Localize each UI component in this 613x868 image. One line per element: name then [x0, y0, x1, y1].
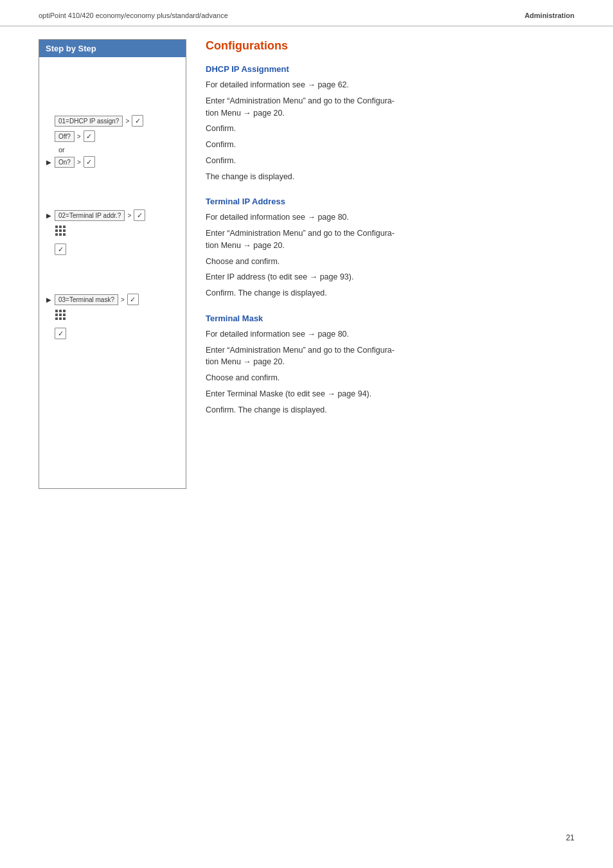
svg-rect-10	[59, 310, 62, 312]
svg-rect-7	[59, 233, 62, 236]
svg-rect-9	[55, 310, 58, 312]
step-item-02: ▶ 02=Terminal IP addr.? > ✓	[44, 209, 181, 221]
svg-rect-6	[55, 233, 58, 236]
step-box-header: Step by Step	[39, 40, 186, 57]
step-box: Step by Step 01=DHCP IP assign? > ✓	[39, 39, 186, 489]
step-item-01: 01=DHCP IP assign? > ✓	[44, 115, 181, 127]
check-icon-off: ✓	[84, 130, 95, 142]
svg-rect-8	[63, 233, 66, 236]
arrow-02: ▶	[44, 211, 53, 220]
or-text: or	[58, 146, 181, 154]
step-item-03: ▶ 03=Terminal mask? > ✓	[44, 294, 181, 305]
check-icon-03: ✓	[127, 294, 139, 305]
svg-rect-0	[55, 226, 58, 228]
dhcp-para-2: Enter “Administration Menu” and go to th…	[206, 95, 574, 120]
gt-01: >	[125, 118, 129, 125]
keypad-icon-03	[55, 309, 69, 324]
check-icon-on: ✓	[84, 156, 95, 168]
svg-rect-15	[55, 317, 58, 320]
tm-enter-mask: Enter Terminal Maske (to edit see → page…	[206, 388, 574, 400]
step-label-01: 01=DHCP IP assign?	[55, 116, 123, 127]
section-title-dhcp: DHCP IP Assignment	[206, 64, 574, 74]
tip-para-2: Enter “Administration Menu” and go to th…	[206, 227, 574, 252]
step-item-check-mask: ✓	[55, 328, 181, 339]
sidebar: Step by Step 01=DHCP IP assign? > ✓	[39, 39, 186, 489]
svg-rect-5	[63, 229, 66, 232]
step-label-off: Off?	[55, 131, 75, 142]
svg-rect-17	[63, 317, 66, 320]
tm-para-2: Enter “Administration Menu” and go to th…	[206, 344, 574, 369]
section-terminal-ip: Terminal IP Address For detailed informa…	[206, 197, 574, 299]
arrow-placeholder-off	[44, 132, 53, 141]
check-icon-02: ✓	[134, 209, 145, 221]
svg-rect-4	[59, 229, 62, 232]
step-label-on: On?	[55, 157, 75, 168]
dhcp-confirm-2: Confirm.	[206, 139, 574, 151]
step-box-body: 01=DHCP IP assign? > ✓ Off? > ✓ or	[39, 57, 186, 350]
page-number: 21	[566, 833, 574, 842]
header-right: Administration	[524, 12, 574, 19]
section-terminal-mask: Terminal Mask For detailed information s…	[206, 314, 574, 416]
check-icon-01: ✓	[132, 115, 143, 127]
svg-rect-2	[63, 226, 66, 228]
svg-rect-11	[63, 310, 66, 312]
check-icon-ip-confirm: ✓	[55, 244, 66, 255]
arrow-placeholder-1	[44, 116, 53, 125]
svg-rect-12	[55, 314, 58, 316]
svg-rect-16	[59, 317, 62, 320]
tm-confirm-change: Confirm. The change is displayed.	[206, 404, 574, 416]
gt-on: >	[77, 159, 81, 166]
tm-para-1: For detailed information see → page 80.	[206, 328, 574, 341]
svg-rect-3	[55, 229, 58, 232]
dhcp-group: 01=DHCP IP assign? > ✓ Off? > ✓ or	[44, 115, 181, 168]
page-container: optiPoint 410/420 economy/economy plus/s…	[0, 0, 613, 868]
step-item-keypad-02	[55, 225, 181, 240]
arrow-03: ▶	[44, 295, 53, 304]
svg-rect-14	[63, 314, 66, 316]
svg-rect-13	[59, 314, 62, 316]
page-footer: 21	[566, 833, 574, 842]
step-label-02: 02=Terminal IP addr.?	[55, 210, 125, 221]
section-title-terminal-ip: Terminal IP Address	[206, 197, 574, 206]
header-left: optiPoint 410/420 economy/economy plus/s…	[39, 12, 228, 19]
terminal-mask-group: ▶ 03=Terminal mask? > ✓	[44, 294, 181, 339]
svg-rect-1	[59, 226, 62, 228]
arrow-on: ▶	[44, 157, 53, 166]
step-label-03: 03=Terminal mask?	[55, 294, 118, 305]
tip-enter-ip: Enter IP address (to edit see → page 93)…	[206, 271, 574, 283]
dhcp-confirm-3: Confirm.	[206, 155, 574, 167]
page-header: optiPoint 410/420 economy/economy plus/s…	[0, 0, 613, 26]
gt-02: >	[127, 212, 131, 219]
section-dhcp: DHCP IP Assignment For detailed informat…	[206, 64, 574, 182]
gt-off: >	[77, 133, 81, 140]
right-content: Configurations DHCP IP Assignment For de…	[206, 39, 574, 489]
gt-03: >	[121, 296, 125, 303]
page-title: Configurations	[206, 39, 574, 53]
step-item-keypad-03	[55, 309, 181, 324]
dhcp-para-1: For detailed information see → page 62.	[206, 79, 574, 91]
tm-choose-confirm: Choose and confirm.	[206, 372, 574, 384]
main-content: Step by Step 01=DHCP IP assign? > ✓	[0, 39, 613, 489]
step-item-check-ip: ✓	[55, 244, 181, 255]
step-item-off: Off? > ✓	[44, 130, 181, 142]
tip-confirm-change: Confirm. The change is displayed.	[206, 287, 574, 299]
tip-para-1: For detailed information see → page 80.	[206, 211, 574, 224]
section-title-terminal-mask: Terminal Mask	[206, 314, 574, 323]
tip-choose-confirm: Choose and confirm.	[206, 256, 574, 268]
terminal-ip-group: ▶ 02=Terminal IP addr.? > ✓	[44, 209, 181, 255]
dhcp-change-displayed: The change is displayed.	[206, 171, 574, 183]
step-item-on: ▶ On? > ✓	[44, 156, 181, 168]
check-icon-mask-confirm: ✓	[55, 328, 66, 339]
dhcp-confirm-1: Confirm.	[206, 123, 574, 135]
keypad-icon-02	[55, 225, 69, 240]
